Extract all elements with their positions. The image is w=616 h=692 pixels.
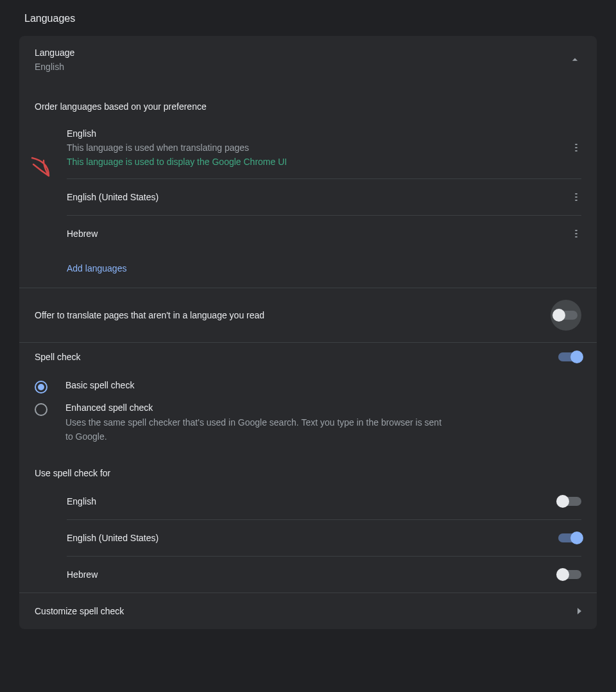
spell-check-language-row: English	[67, 483, 581, 520]
language-list: English This language is used when trans…	[19, 117, 597, 252]
more-vert-icon[interactable]	[571, 191, 581, 203]
spell-check-title: Spell check	[35, 352, 81, 362]
offer-translate-row: Offer to translate pages that aren't in …	[19, 288, 597, 342]
language-current: English	[35, 62, 74, 72]
offer-translate-label: Offer to translate pages that aren't in …	[35, 310, 264, 320]
sc-english-us-toggle[interactable]	[558, 533, 581, 542]
offer-translate-toggle[interactable]	[554, 311, 578, 320]
language-name: English	[67, 128, 287, 139]
chevron-right-icon	[578, 608, 581, 614]
customize-spell-check-row[interactable]: Customize spell check	[19, 593, 597, 629]
use-spell-check-for-label: Use spell check for	[19, 459, 597, 483]
radio-icon	[35, 403, 47, 416]
sc-language-name: English	[67, 496, 96, 506]
more-vert-icon[interactable]	[571, 141, 581, 154]
customize-spell-check-label: Customize spell check	[35, 606, 124, 616]
radio-basic-spell-check[interactable]: Basic spell check	[35, 380, 581, 394]
sc-english-toggle[interactable]	[558, 497, 581, 506]
spell-check-language-row: Hebrew	[67, 557, 581, 593]
more-vert-icon[interactable]	[571, 227, 581, 240]
language-header[interactable]: Language English	[19, 36, 597, 72]
page-title: Languages	[19, 13, 597, 24]
radio-label: Enhanced spell check	[65, 402, 450, 413]
spell-check-mode-group: Basic spell check Enhanced spell check U…	[19, 371, 597, 459]
sc-language-name: Hebrew	[67, 569, 98, 580]
radio-enhanced-spell-check[interactable]: Enhanced spell check Uses the same spell…	[35, 402, 581, 444]
order-label: Order languages based on your preference	[19, 101, 597, 112]
language-row: English (United States)	[67, 179, 581, 216]
radio-icon	[35, 381, 47, 394]
offer-translate-toggle-halo	[551, 300, 581, 331]
chevron-up-icon[interactable]	[569, 53, 581, 66]
sc-hebrew-toggle[interactable]	[558, 570, 581, 579]
add-languages-link[interactable]: Add languages	[35, 252, 126, 288]
radio-label: Basic spell check	[65, 380, 134, 390]
spell-check-language-row: English (United States)	[67, 520, 581, 557]
spell-check-toggle[interactable]	[558, 352, 581, 361]
language-name: Hebrew	[67, 229, 98, 239]
language-note: This language is used when translating p…	[67, 143, 287, 153]
languages-card: Language English Order languages based o…	[19, 36, 597, 629]
sc-language-name: English (United States)	[67, 533, 158, 543]
language-title: Language	[35, 48, 74, 58]
language-name: English (United States)	[67, 192, 158, 202]
spell-check-language-list: English English (United States) Hebrew	[19, 483, 597, 593]
language-row: Hebrew	[67, 216, 581, 252]
language-ui-note: This language is used to display the Goo…	[67, 157, 287, 167]
language-row: English This language is used when trans…	[67, 117, 581, 179]
spell-check-row: Spell check	[19, 342, 597, 371]
radio-description: Uses the same spell checker that's used …	[65, 416, 450, 444]
